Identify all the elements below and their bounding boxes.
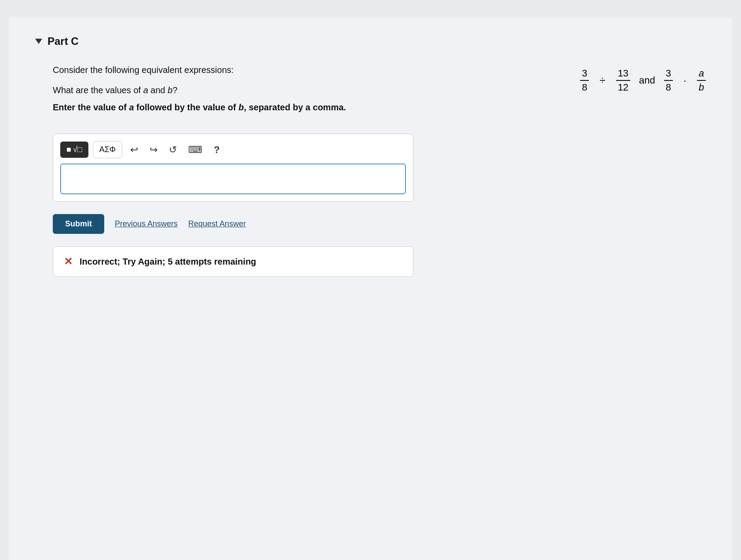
page-container: Part C Consider the following equivalent… <box>9 18 732 560</box>
incorrect-icon: ✕ <box>64 255 73 268</box>
actions-row: Submit Previous Answers Request Answer <box>53 214 706 234</box>
help-button[interactable]: ? <box>210 142 223 157</box>
question-intro: Consider the following equivalent expres… <box>53 63 554 76</box>
refresh-icon: ↺ <box>169 144 177 155</box>
and-connector: and <box>639 75 655 86</box>
answer-input[interactable] <box>60 164 406 194</box>
math-input-icon: ■ <box>66 145 71 154</box>
sub-question-text: What are the values of a and b? <box>53 85 554 95</box>
frac1-denominator: 8 <box>580 81 589 93</box>
collapse-chevron-icon[interactable] <box>35 39 42 44</box>
expressions-display: 3 8 ÷ 13 12 and 3 8 · <box>580 63 706 93</box>
frac4-numerator: a <box>697 68 706 81</box>
fraction-4: a b <box>697 68 706 93</box>
feedback-message: Incorrect; Try Again; 5 attempts remaini… <box>80 257 256 267</box>
frac4-denominator: b <box>697 81 706 93</box>
divide-operator: ÷ <box>599 74 605 87</box>
question-text-block: Consider the following equivalent expres… <box>53 63 554 123</box>
feedback-box: ✕ Incorrect; Try Again; 5 attempts remai… <box>53 246 413 277</box>
frac2-numerator: 13 <box>616 68 630 81</box>
math-toolbar: ■ √□ ΑΣΦ ↩ ↪ ↺ ⌨ ? <box>60 141 406 158</box>
question-layout: Consider the following equivalent expres… <box>53 63 706 123</box>
previous-answers-button[interactable]: Previous Answers <box>115 219 178 229</box>
frac3-numerator: 3 <box>664 68 673 81</box>
frac1-numerator: 3 <box>580 68 589 81</box>
submit-button[interactable]: Submit <box>53 214 104 234</box>
keyboard-icon: ⌨ <box>188 144 202 155</box>
redo-icon: ↪ <box>150 144 157 155</box>
math-input-button[interactable]: ■ √□ <box>60 142 88 158</box>
greek-symbols-button[interactable]: ΑΣΦ <box>93 141 123 158</box>
instruction-text: Enter the value of a followed by the val… <box>53 102 554 113</box>
expressions-row: 3 8 ÷ 13 12 and 3 8 · <box>580 68 706 93</box>
frac2-denominator: 12 <box>616 81 630 93</box>
sqrt-icon: √□ <box>73 145 82 154</box>
part-header: Part C <box>35 35 706 47</box>
multiply-operator: · <box>683 74 686 87</box>
fraction-3: 3 8 <box>664 68 673 93</box>
redo-button[interactable]: ↪ <box>146 142 161 157</box>
undo-icon: ↩ <box>130 144 138 155</box>
content-area: Consider the following equivalent expres… <box>35 63 706 277</box>
input-container: ■ √□ ΑΣΦ ↩ ↪ ↺ ⌨ ? <box>53 134 413 202</box>
fraction-2: 13 12 <box>616 68 630 93</box>
frac3-denominator: 8 <box>664 81 673 93</box>
part-title: Part C <box>47 35 79 47</box>
refresh-button[interactable]: ↺ <box>165 142 180 157</box>
fraction-1: 3 8 <box>580 68 589 93</box>
request-answer-button[interactable]: Request Answer <box>188 219 246 229</box>
undo-button[interactable]: ↩ <box>127 142 142 157</box>
keyboard-button[interactable]: ⌨ <box>185 142 206 157</box>
